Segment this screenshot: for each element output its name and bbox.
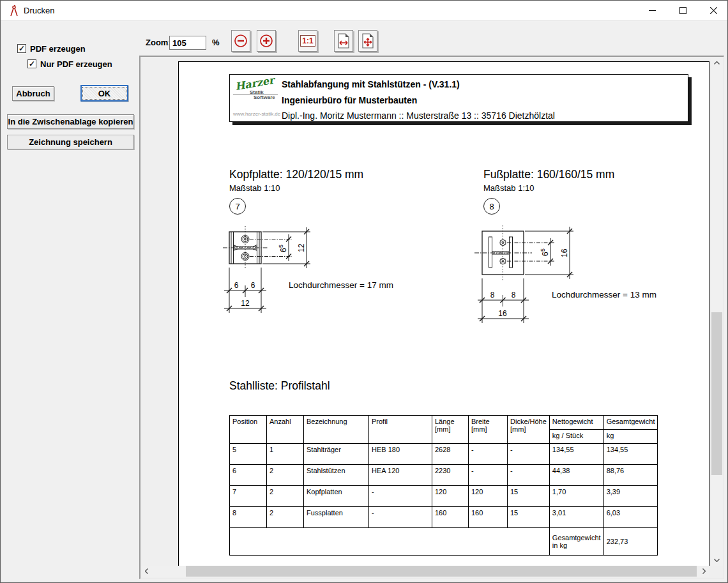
app-compass-icon [9,5,19,17]
horizontal-scrollbar-thumb[interactable] [186,566,697,577]
maximize-icon [679,7,686,14]
col-header: Dicke/Höhe[mm] [508,416,550,444]
fussplatte-drawing: 6 5 16 8 8 16 [473,223,671,328]
col-header: Nettogewicht [549,416,603,430]
dim-left-half: 6 [234,281,239,290]
ok-button[interactable]: OK [80,85,128,102]
chevron-left-icon [145,568,148,574]
print-dialog-window: Drucken ✓ PDF erzeugen ✓ Nur PDF erzeuge… [0,0,728,583]
position-number: 8 [489,202,494,211]
position-number: 7 [235,202,239,211]
check-icon: ✓ [19,44,25,53]
minimize-button[interactable] [637,1,667,20]
one-to-one-icon: 1:1 [300,35,315,47]
maximize-button[interactable] [668,1,697,20]
close-icon [710,7,717,14]
fussplatte-position-badge: 8 [483,198,500,215]
horizontal-scrollbar[interactable] [141,566,709,577]
kopfplatte-position-badge: 7 [229,198,246,215]
nur-pdf-checkbox-label: Nur PDF erzeugen [40,59,112,69]
table-row: 51 StahlträgerHEB 180 2628- -134,55 134,… [230,444,658,465]
print-preview-area[interactable]: Harzer Statik Software www.harzer-statik… [139,56,724,579]
zoom-label: Zoom: [146,38,171,47]
company-logo: Harzer Statik Software www.harzer-statik… [233,76,280,121]
col-header: Breite[mm] [469,416,508,444]
total-label: Gesamtgewicht in kg [549,528,603,556]
dim-hole-spacing: 6 [279,248,288,252]
letterhead-title: Stahlabfangung mit Stahlstützen - (V.31.… [282,79,460,89]
dim-right-half: 6 [251,281,255,290]
dim-hole-spacing: 6 [541,252,550,256]
table-row: 72 Kopfplatten- 120120 151,70 3,39 [230,486,658,507]
minimize-icon [649,7,656,14]
fit-width-icon [337,33,351,49]
fit-width-button[interactable] [334,30,353,52]
zoom-100-button[interactable]: 1:1 [298,30,317,52]
chevron-up-icon [714,61,720,64]
kopfplatte-title: Kopfplatte: 120/120/15 mm [229,168,363,181]
col-header: Länge[mm] [432,416,469,444]
col-header: Anzahl [267,416,304,444]
empty-cell [230,528,550,556]
dim-right-half: 8 [512,291,516,299]
dim-left-half: 8 [490,291,495,299]
logo-url-text: www.harzer-statik.de [233,111,280,117]
col-subheader: kg / Stück [549,430,603,444]
nur-pdf-checkbox[interactable]: ✓ [27,59,36,68]
fit-page-button[interactable] [358,30,377,52]
dim-plate-height: 16 [560,248,569,257]
percent-label: % [212,38,220,47]
dim-hole-spacing-sup: 5 [278,245,284,248]
zoom-input[interactable] [169,36,206,50]
copy-to-clipboard-button[interactable]: In die Zwischenablage kopieren [7,114,134,129]
save-drawing-button[interactable]: Zeichnung speichern [7,135,134,149]
chevron-right-icon [702,568,706,574]
col-header: Bezeichnung [304,416,369,444]
letterhead-box: Harzer Statik Software www.harzer-statik… [229,74,688,122]
zoom-out-button[interactable] [231,30,250,52]
dim-plate-width: 16 [498,309,507,318]
fussplatte-hole-note: Lochdurchmesser = 13 mm [552,290,656,299]
kopfplatte-hole-note: Lochdurchmesser = 17 mm [289,280,393,290]
scroll-down-button[interactable] [711,555,723,566]
scroll-right-button[interactable] [699,566,709,577]
abort-button[interactable]: Abbruch [12,86,54,101]
table-row: 82 Fussplatten- 160160 153,01 6,03 [230,507,658,528]
col-header: Gesamtgewicht [603,416,658,430]
kopfplatte-scale: Maßstab 1:10 [229,183,280,193]
zoom-in-button[interactable] [257,30,276,52]
steel-list-table: Position Anzahl Bezeichnung Profil Länge… [229,415,658,556]
logo-sub-text-2: Software [254,95,275,100]
titlebar[interactable]: Drucken [1,1,727,21]
plus-circle-icon [259,34,273,48]
total-value: 232,73 [603,528,658,556]
minus-circle-icon [234,34,248,48]
scroll-up-button[interactable] [711,57,723,68]
pdf-checkbox[interactable]: ✓ [17,44,26,53]
kopfplatte-drawing: 6 5 12 6 6 12 [220,223,412,319]
letterhead-address: Dipl.-Ing. Moritz Mustermann :: Musterst… [282,110,555,121]
vertical-scrollbar[interactable] [711,57,723,566]
chevron-down-icon [714,559,720,562]
preview-page: Harzer Statik Software www.harzer-statik… [178,61,709,566]
scroll-left-button[interactable] [141,566,152,577]
letterhead-subtitle: Ingenieurbüro für Musterbauten [282,95,417,105]
check-icon: ✓ [29,59,35,68]
steel-list-title: Stahlliste: Profilstahl [229,379,330,393]
vertical-scrollbar-thumb[interactable] [711,312,722,475]
dim-plate-height: 12 [297,243,306,252]
col-header: Profil [369,416,432,444]
fussplatte-scale: Maßstab 1:10 [483,183,535,193]
close-button[interactable] [699,1,728,20]
fit-page-icon [361,33,375,49]
dim-plate-width: 12 [241,299,250,308]
window-title: Drucken [24,6,54,15]
fussplatte-title: Fußplatte: 160/160/15 mm [483,168,614,181]
dim-hole-spacing-sup: 5 [540,248,546,252]
pdf-checkbox-label: PDF erzeugen [30,44,86,54]
col-subheader: kg [603,430,658,444]
table-row: 62 StahlstützenHEA 120 2230- -44,38 88,7… [230,465,658,486]
col-header: Position [230,416,267,444]
table-total-row: Gesamtgewicht in kg 232,73 [230,528,658,556]
